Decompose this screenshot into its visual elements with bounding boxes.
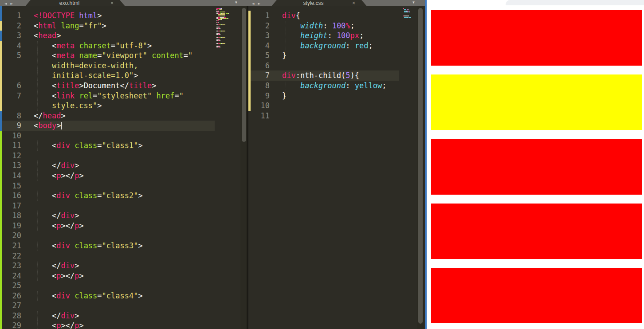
line-number: 22	[0, 251, 21, 261]
code-text: }	[282, 51, 287, 61]
code-line[interactable]: width=device-width,	[0, 61, 247, 71]
minimap-line	[218, 13, 220, 14]
minimap-line	[229, 13, 229, 14]
code-line[interactable]: 17	[0, 201, 247, 211]
line-number: 17	[0, 201, 21, 211]
minimap-line	[218, 14, 225, 15]
rendered-div-block-red-4	[431, 204, 642, 259]
scrollbar-thumb-html[interactable]	[242, 8, 246, 142]
code-line[interactable]: 28 </div>	[0, 311, 247, 321]
code-text: div{	[282, 11, 300, 21]
code-line[interactable]: 5}	[248, 51, 425, 61]
line-number: 1	[248, 11, 270, 21]
code-line[interactable]: 9<body>	[0, 121, 247, 131]
minimap-html-pane[interactable]	[215, 6, 247, 329]
line-number: 2	[248, 21, 270, 31]
code-text: }	[282, 91, 287, 101]
code-line[interactable]: 11	[248, 111, 425, 121]
line-number: 20	[0, 231, 21, 241]
code-line[interactable]: 27	[0, 301, 247, 311]
code-text: <p></p>	[34, 221, 84, 231]
minimap-css-pane[interactable]	[399, 6, 425, 329]
code-line[interactable]: 10	[248, 101, 425, 111]
code-line[interactable]: 7 <link rel="stylesheet" href="	[0, 91, 247, 101]
code-text: width: 100%;	[282, 21, 355, 31]
line-number: 6	[0, 81, 21, 91]
code-text: <div class="class1">	[34, 141, 143, 151]
line-number: 12	[0, 151, 21, 161]
line-number: 3	[248, 31, 270, 41]
code-text: <link rel="stylesheet" href="	[34, 91, 184, 101]
minimap-line	[216, 8, 220, 9]
code-line[interactable]: 6 <title>Document</title>	[0, 81, 247, 91]
code-line[interactable]: 6	[248, 61, 425, 71]
minimap-line	[217, 9, 218, 10]
code-line[interactable]: initial-scale=1.0">	[0, 70, 247, 81]
gutter-diff-marker	[0, 70, 2, 81]
code-line[interactable]: 12	[0, 151, 247, 161]
code-line[interactable]: 2<html lang="fr">	[0, 21, 247, 31]
code-line[interactable]: 23 </div>	[0, 261, 247, 271]
code-line[interactable]: 26 <div class="class4">	[0, 291, 247, 301]
minimap-line	[218, 19, 221, 20]
line-number: 7	[0, 91, 21, 101]
line-number: 7	[248, 70, 270, 81]
code-text: <html lang="fr">	[34, 21, 106, 31]
code-text: <head>	[34, 31, 61, 41]
minimap-line	[222, 37, 225, 38]
code-line[interactable]: 18 </div>	[0, 211, 247, 221]
code-line[interactable]: 11 <div class="class1">	[0, 141, 247, 151]
code-line[interactable]: 21 <div class="class3">	[0, 241, 247, 251]
code-text: <p></p>	[34, 271, 84, 281]
minimap-line	[408, 16, 409, 16]
rendered-div-block-yellow-2	[431, 74, 642, 130]
browser-preview-window	[425, 0, 644, 329]
gutter-diff-marker	[0, 101, 2, 111]
code-line[interactable]: 1<!DOCTYPE html>	[0, 11, 247, 21]
line-number: 21	[0, 241, 21, 251]
minimap-line	[221, 8, 222, 9]
minimap-line	[224, 16, 225, 16]
code-line[interactable]: 22	[0, 251, 247, 261]
code-line[interactable]: 29 <p></p>	[0, 321, 247, 329]
code-line[interactable]: 9}	[248, 91, 425, 101]
minimap-line	[222, 24, 225, 25]
code-line[interactable]: 2 width: 100%;	[248, 21, 425, 31]
line-number: 19	[0, 221, 21, 231]
code-line[interactable]: 16 <div class="class2">	[0, 191, 247, 201]
minimap-line	[220, 46, 220, 47]
browser-tab-shape[interactable]	[506, 0, 644, 5]
minimap-line	[220, 33, 220, 34]
line-number: 8	[248, 81, 270, 91]
code-line[interactable]: 25	[0, 281, 247, 291]
scrollbar-thumb-css[interactable]	[418, 8, 423, 324]
minimap-line	[404, 17, 408, 18]
line-number: 10	[0, 131, 21, 141]
code-text: <meta name="viewport" content="	[34, 51, 192, 61]
code-line[interactable]: 10	[0, 131, 247, 141]
code-line[interactable]: 8</head>	[0, 111, 247, 121]
line-number: 26	[0, 291, 21, 301]
code-line[interactable]: 7div:nth-child(5){	[248, 70, 425, 81]
minimap-line	[228, 18, 228, 19]
code-line[interactable]: 13 </div>	[0, 161, 247, 171]
code-line[interactable]: style.css">	[0, 101, 247, 111]
code-line[interactable]: 3<head>	[0, 31, 247, 41]
code-line[interactable]: 24 <p></p>	[0, 271, 247, 281]
code-line[interactable]: 19 <p></p>	[0, 221, 247, 231]
line-number: 11	[248, 111, 270, 121]
code-line[interactable]: 15	[0, 181, 247, 191]
code-line[interactable]: 1div{	[248, 11, 425, 21]
code-line[interactable]: 3 height: 100px;	[248, 31, 425, 41]
code-line[interactable]: 4 <meta charset="utf-8">	[0, 41, 247, 51]
code-line[interactable]: 14 <p></p>	[0, 171, 247, 181]
minimap-line	[225, 43, 225, 44]
rendered-page	[427, 6, 644, 329]
line-number: 27	[0, 301, 21, 311]
code-line[interactable]: 5 <meta name="viewport" content="	[0, 51, 247, 61]
code-line[interactable]: 8 background: yellow;	[248, 81, 425, 91]
line-number: 13	[0, 161, 21, 171]
line-number: 15	[0, 181, 21, 191]
code-line[interactable]: 20	[0, 231, 247, 241]
code-line[interactable]: 4 background: red;	[248, 41, 425, 51]
